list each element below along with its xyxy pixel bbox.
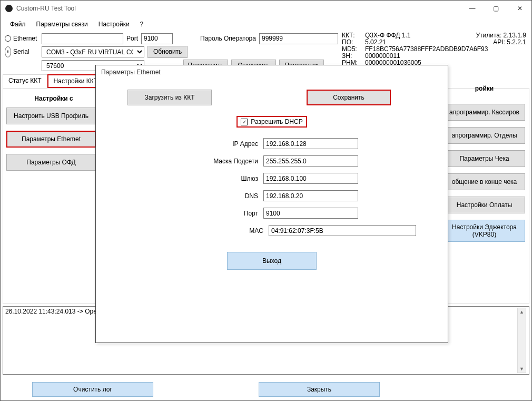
version-info: Утилита: 2.13.1.9 API: 5.2.2.1 bbox=[476, 32, 526, 46]
menubar: Файл Параметры связи Настройки ? bbox=[1, 16, 531, 32]
right-header: ройки bbox=[444, 85, 525, 97]
save-button[interactable]: Сохранить bbox=[307, 90, 391, 105]
svg-point-0 bbox=[5, 5, 13, 12]
ejector-settings-button[interactable]: Настройки Эджектора (VKP80) bbox=[444, 220, 525, 242]
com-select[interactable]: COM3 - Q3xF RU VIRTUAL COM ( bbox=[42, 46, 144, 57]
app-icon bbox=[5, 4, 13, 13]
ethernet-dialog: Параметры Ethernet Загрузить из ККТ Сохр… bbox=[95, 65, 448, 343]
end-msg-button[interactable]: общение в конце чека bbox=[444, 173, 525, 190]
ethernet-params-button[interactable]: Параметры Ethemet bbox=[6, 131, 96, 148]
radio-ethernet[interactable]: Ethernet bbox=[5, 35, 38, 42]
close-button[interactable]: ✕ bbox=[508, 1, 531, 16]
check-icon: ✓ bbox=[241, 119, 248, 125]
mac-label: MAC bbox=[190, 227, 263, 234]
port-input[interactable] bbox=[141, 33, 173, 44]
dhcp-checkbox[interactable]: ✓ Разрешить DHCP bbox=[237, 116, 307, 128]
mask-label: Маска Подсети bbox=[184, 158, 258, 165]
menu-settings[interactable]: Настройки bbox=[94, 18, 134, 30]
receipt-params-button[interactable]: Параметры Чека bbox=[444, 150, 525, 167]
load-from-kkt-button[interactable]: Загрузить из ККТ bbox=[127, 90, 212, 105]
ethernet-host-input[interactable] bbox=[42, 33, 123, 44]
port-label-dlg: Порт bbox=[184, 210, 258, 217]
scroll-down-icon[interactable]: ▼ bbox=[519, 365, 524, 373]
left-header: Настройки с bbox=[6, 92, 101, 107]
log-line: 26.10.2022 11:43:24.013 -> Open Co bbox=[5, 308, 110, 315]
port-label: Port bbox=[126, 35, 138, 42]
right-column: ройки апрограммир. Кассиров апрограммир.… bbox=[444, 85, 525, 242]
footer: Очистить лог Закрыть bbox=[1, 377, 531, 401]
log-scrollbar[interactable]: ▲ ▼ bbox=[517, 308, 526, 373]
mask-input[interactable] bbox=[263, 155, 358, 167]
dns-input[interactable] bbox=[263, 190, 358, 201]
maximize-button[interactable]: ▢ bbox=[484, 1, 508, 16]
radio-serial[interactable]: Serial bbox=[5, 46, 38, 57]
menu-help[interactable]: ? bbox=[136, 18, 148, 30]
mac-input[interactable] bbox=[269, 225, 416, 236]
window-title: Custom-RU Test Tool bbox=[16, 5, 460, 12]
clear-log-button[interactable]: Очистить лог bbox=[32, 382, 153, 397]
dns-label: DNS bbox=[184, 192, 258, 200]
cashiers-button[interactable]: апрограммир. Кассиров bbox=[444, 104, 525, 121]
minimize-button[interactable]: — bbox=[460, 1, 484, 16]
ip-input[interactable] bbox=[263, 138, 358, 149]
dialog-title: Параметры Ethernet bbox=[96, 65, 448, 79]
close-log-button[interactable]: Закрыть bbox=[259, 382, 380, 397]
menu-conn[interactable]: Параметры связи bbox=[32, 18, 92, 30]
port-input-dlg[interactable] bbox=[263, 208, 358, 219]
usb-profile-button[interactable]: Настроить USB Профиль bbox=[6, 107, 96, 124]
ip-label: IP Адрес bbox=[184, 140, 258, 148]
tab-status[interactable]: Статус ККТ bbox=[3, 74, 47, 88]
exit-button[interactable]: Выход bbox=[227, 252, 317, 270]
scroll-up-icon[interactable]: ▲ bbox=[519, 308, 524, 316]
gateway-input[interactable] bbox=[263, 173, 358, 184]
ofd-params-button[interactable]: Параметры ОФД bbox=[6, 154, 96, 171]
depts-button[interactable]: апрограммир. Отделы bbox=[444, 127, 525, 144]
operator-pw-input[interactable] bbox=[259, 33, 338, 44]
menu-file[interactable]: Файл bbox=[6, 18, 30, 30]
payment-settings-button[interactable]: Настройки Оплаты bbox=[444, 197, 525, 213]
titlebar: Custom-RU Test Tool — ▢ ✕ bbox=[1, 1, 531, 16]
gw-label: Шлюз bbox=[184, 175, 258, 182]
refresh-button[interactable]: Обновить bbox=[147, 46, 188, 58]
operator-pw-label: Пароль Оператора bbox=[200, 35, 256, 42]
